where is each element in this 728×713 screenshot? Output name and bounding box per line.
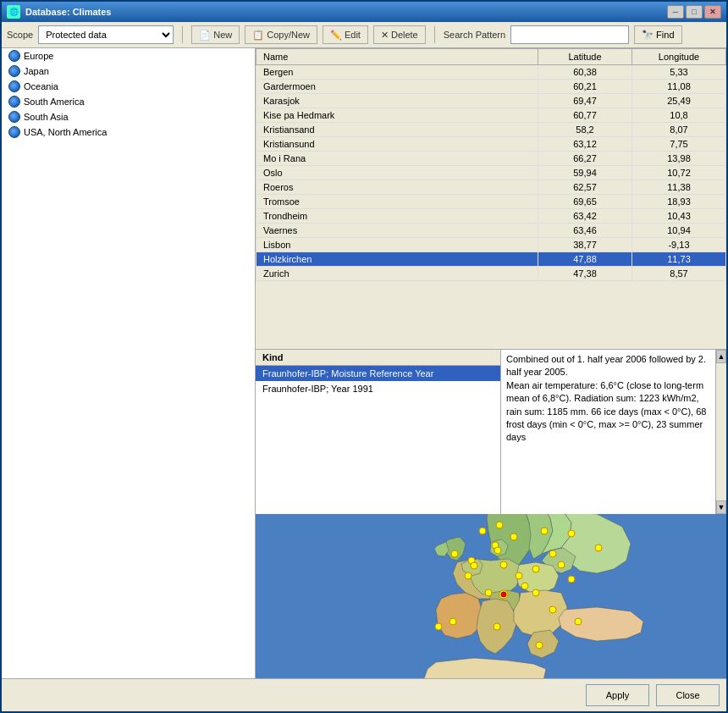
cell-name: Kristiansund [256, 137, 538, 152]
app-icon: 🌐 [7, 5, 20, 19]
table-row[interactable]: Kristiansand 58,2 8,07 [256, 123, 726, 137]
dot-prague [516, 572, 522, 579]
dot-copenhagen [494, 547, 501, 554]
cell-longitude: 18,93 [632, 195, 726, 209]
dot-brussels [471, 562, 477, 569]
edit-icon: ✏️ [330, 30, 342, 41]
cell-latitude: 58,2 [538, 123, 632, 137]
tree-item-south-america[interactable]: South America [2, 94, 255, 109]
dot-trondheim [496, 522, 503, 528]
close-button[interactable]: Close [656, 684, 720, 706]
maximize-button[interactable]: □ [686, 5, 703, 19]
scope-select[interactable]: Protected data All data User data [38, 25, 174, 44]
tree-item-japan[interactable]: Japan [2, 64, 255, 79]
table-row[interactable]: Trondheim 63,42 10,43 [256, 209, 726, 224]
dot-riga [549, 550, 556, 557]
dot-holzkirchen-selected [501, 592, 506, 597]
table-row[interactable]: Bergen 60,38 5,33 [256, 65, 726, 80]
cell-longitude: 10,94 [632, 224, 726, 238]
cell-name: Mo i Rana [256, 152, 538, 166]
cell-longitude: 7,75 [632, 137, 726, 152]
table-area: Name Latitude Longitude Bergen 60,38 5,3… [256, 48, 726, 349]
table-row[interactable]: Karasjok 69,47 25,49 [256, 94, 726, 108]
table-row[interactable]: Kise pa Hedmark 60,77 10,8 [256, 108, 726, 123]
globe-icon-japan [8, 65, 20, 77]
dot-rome [494, 623, 500, 630]
tree-item-europe[interactable]: Europe [2, 48, 255, 64]
close-window-button[interactable]: ✕ [704, 5, 721, 19]
table-row[interactable]: Gardermoen 60,21 11,08 [256, 80, 726, 94]
tree-label-south-asia: South Asia [24, 112, 69, 122]
footer: Apply Close [2, 678, 726, 711]
kind-item[interactable]: Fraunhofer-IBP; Year 1991 [256, 381, 500, 396]
globe-icon-usa [8, 126, 20, 138]
toolbar-separator-1 [182, 26, 183, 43]
table-row[interactable]: Vaernes 63,46 10,94 [256, 224, 726, 238]
tree-item-usa[interactable]: USA, North America [2, 124, 255, 140]
tree-label-europe: Europe [24, 51, 53, 61]
climate-table: Name Latitude Longitude Bergen 60,38 5,3… [256, 48, 726, 281]
cell-latitude: 47,88 [538, 252, 632, 267]
cell-longitude: 11,08 [632, 80, 726, 94]
kind-item[interactable]: Fraunhofer-IBP; Moisture Reference Year [256, 366, 500, 381]
dot-istanbul [575, 618, 582, 625]
dot-madrid [449, 618, 456, 625]
description-panel: Combined out of 1. half year 2006 follow… [501, 350, 715, 514]
cell-longitude: -9,13 [632, 238, 726, 252]
cell-name: Vaernes [256, 224, 538, 238]
globe-icon-oceania [8, 80, 20, 92]
table-row[interactable]: Oslo 59,94 10,72 [256, 166, 726, 180]
map-panel [256, 514, 726, 678]
table-row[interactable]: Mo i Rana 66,27 13,98 [256, 152, 726, 166]
dot-vienna [521, 583, 528, 589]
apply-button[interactable]: Apply [586, 684, 649, 706]
cell-longitude: 11,38 [632, 180, 726, 195]
globe-icon-europe [8, 50, 20, 62]
find-button[interactable]: 🔭 Find [634, 25, 681, 44]
cell-name: Roeros [256, 180, 538, 195]
dot-zurich [485, 589, 492, 596]
main-window: 🌐 Database: Climates ─ □ ✕ Scope Protect… [0, 0, 728, 713]
desc-scrollbar[interactable]: ▲ ▼ [715, 350, 726, 514]
scroll-down-btn[interactable]: ▼ [716, 500, 726, 514]
globe-icon-south-asia [8, 111, 20, 123]
table-row[interactable]: Lisbon 38,77 -9,13 [256, 238, 726, 252]
cell-longitude: 11,73 [632, 252, 726, 267]
delete-icon: ✕ [381, 30, 389, 41]
tree-item-oceania[interactable]: Oceania [2, 79, 255, 94]
globe-icon-south-america [8, 96, 20, 108]
dot-athens [536, 642, 543, 649]
table-row[interactable]: Roeros 62,57 11,38 [256, 180, 726, 195]
tree-label-oceania: Oceania [24, 81, 58, 91]
cell-latitude: 62,57 [538, 180, 632, 195]
scroll-up-btn[interactable]: ▲ [716, 350, 726, 363]
table-row[interactable]: Holzkirchen 47,88 11,73 [256, 252, 726, 267]
lower-panel: Kind Fraunhofer-IBP; Moisture Reference … [256, 349, 726, 514]
new-button[interactable]: 📄 New [191, 25, 240, 44]
col-header-name: Name [256, 49, 538, 65]
edit-button[interactable]: ✏️ Edit [323, 25, 368, 44]
cell-longitude: 13,98 [632, 152, 726, 166]
dot-bucharest [549, 606, 556, 613]
table-row[interactable]: Tromsoe 69,65 18,93 [256, 195, 726, 209]
search-input[interactable] [510, 25, 629, 44]
cell-latitude: 69,47 [538, 94, 632, 108]
copy-new-button[interactable]: 📋 Copy/New [245, 25, 317, 44]
left-panel: Europe Japan Oceania South America South… [2, 48, 256, 678]
table-row[interactable]: Kristiansund 63,12 7,75 [256, 137, 726, 152]
cell-latitude: 60,77 [538, 108, 632, 123]
cell-longitude: 8,07 [632, 123, 726, 137]
cell-latitude: 69,65 [538, 195, 632, 209]
tree-label-usa: USA, North America [24, 127, 107, 137]
binoculars-icon: 🔭 [642, 30, 654, 41]
cell-latitude: 47,38 [538, 267, 632, 281]
dot-london [451, 550, 458, 557]
delete-button[interactable]: ✕ Delete [373, 25, 426, 44]
tree-item-south-asia[interactable]: South Asia [2, 109, 255, 124]
kind-header: Kind [256, 350, 500, 366]
minimize-button[interactable]: ─ [667, 5, 684, 19]
cell-name: Kise pa Hedmark [256, 108, 538, 123]
main-content: Europe Japan Oceania South America South… [2, 48, 726, 678]
table-row[interactable]: Zurich 47,38 8,57 [256, 267, 726, 281]
cell-latitude: 63,42 [538, 209, 632, 224]
